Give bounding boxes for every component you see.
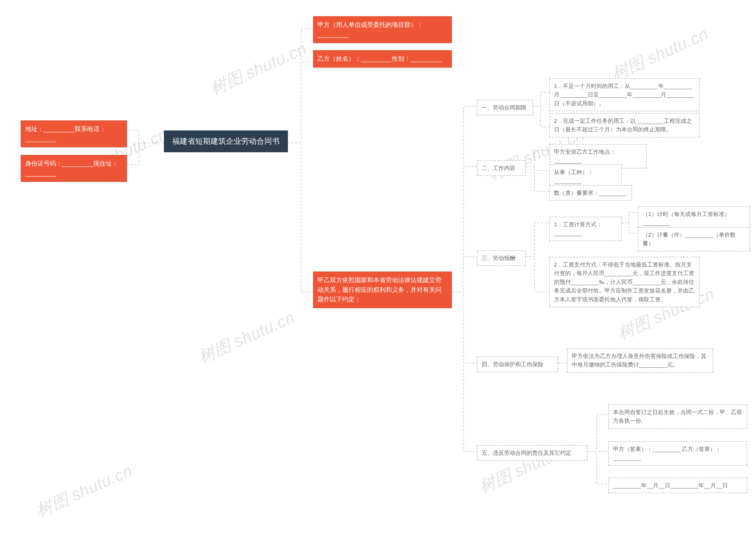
section-4-child-1-text: 甲方依法为乙方办理人身意外伤害保险或工伤保险，其中每月缴纳的工伤保险费计____… <box>572 353 706 368</box>
section-5-child-1-text: 本合同自签订之日起生效，合同一式二份，甲、乙双方各执一份。 <box>613 409 742 424</box>
agreement-intro: 甲乙双方依照国家和本省劳动法律法规建立劳动关系，履行相应的权利和义务，并对有关问… <box>313 271 452 308</box>
section-4-child-1: 甲方依法为乙方办理人身意外伤害保险或工伤保险，其中每月缴纳的工伤保险费计____… <box>567 348 713 373</box>
center-title: 福建省短期建筑企业劳动合同书 <box>172 137 280 145</box>
section-2: 二、工作内容 <box>477 160 526 176</box>
agreement-intro-text: 甲乙双方依照国家和本省劳动法律法规建立劳动关系，履行相应的权利和义务，并对有关问… <box>317 277 442 303</box>
section-2-child-1-text: 甲方安排乙方工作地点：_________ <box>554 149 616 163</box>
party-a: 甲方（用人单位或受委托的项目部）：_________ <box>313 16 452 43</box>
section-2-child-3-text: 数（质）量要求：_________ <box>554 190 627 196</box>
section-1-child-2-text: 2．完成一定工作任务的用工：以_________工程完成之日（最长不超过三个月）… <box>554 118 692 132</box>
section-4: 四、劳动保护和工伤保险 <box>477 357 558 372</box>
section-5-label: 五、违反劳动合同的责任及其它约定 <box>482 450 571 456</box>
section-5-child-2: 甲方（签章）：_________ 乙方（签章）：_________ <box>608 441 747 466</box>
section-2-child-2-text: 从事（工种）：_________ <box>554 169 593 184</box>
section-5: 五、违反劳动合同的责任及其它约定 <box>477 445 588 461</box>
section-3-child-1-1-text: （1）计时（每天或每月工资标准）_________ <box>643 211 730 226</box>
section-2-label: 二、工作内容 <box>482 165 515 171</box>
section-5-child-3: _________年__月__日_________年__月__日 <box>608 478 747 493</box>
section-3-child-1-2-text: （2）计量（件）_________（单价数量） <box>643 232 736 246</box>
section-5-child-3-text: _________年__月__日_________年__月__日 <box>613 482 728 488</box>
party-b: 乙方（姓名）：_________性别：_________ <box>313 50 452 68</box>
watermark: 树图 shutu.cn <box>32 460 136 522</box>
section-3-child-1: 1．工资计算方式：_________ <box>549 216 621 241</box>
section-3-child-2-text: 2．工资支付方式：不得低于当地最低工资标准。按月支付资的，每月人民币______… <box>554 261 694 303</box>
party-b-text: 乙方（姓名）：_________性别：_________ <box>317 55 442 62</box>
watermark: 树图 shutu.cn <box>207 38 310 100</box>
left-address: 地址：_________联系电话：_________ <box>21 120 127 147</box>
left-idcard: 身份证号码：_________现住址：_________ <box>21 155 127 182</box>
section-1: 一、劳动合同期限 <box>477 100 533 115</box>
section-2-child-3: 数（质）量要求：_________ <box>549 185 632 201</box>
section-3: 三、劳动报酬 <box>477 250 526 266</box>
section-3-label: 三、劳动报酬 <box>482 255 515 261</box>
left-address-text: 地址：_________联系电话：_________ <box>25 125 106 142</box>
left-idcard-text: 身份证号码：_________现住址：_________ <box>25 160 118 176</box>
section-1-child-1: 1．不足一个月时间的用工：从_________年_________月______… <box>549 78 700 111</box>
section-5-child-2-text: 甲方（签章）：_________ 乙方（签章）：_________ <box>613 446 721 461</box>
section-3-child-1-2: （2）计量（件）_________（单价数量） <box>638 227 750 251</box>
section-1-label: 一、劳动合同期限 <box>482 104 527 111</box>
section-5-child-1: 本合同自签订之日起生效，合同一式二份，甲、乙双方各执一份。 <box>608 404 747 429</box>
party-a-text: 甲方（用人单位或受委托的项目部）：_________ <box>317 21 423 38</box>
center-topic: 福建省短期建筑企业劳动合同书 <box>164 130 288 152</box>
section-3-child-2: 2．工资支付方式：不得低于当地最低工资标准。按月支付资的，每月人民币______… <box>549 257 700 307</box>
section-1-child-2: 2．完成一定工作任务的用工：以_________工程完成之日（最长不超过三个月）… <box>549 113 700 137</box>
section-3-child-1-text: 1．工资计算方式：_________ <box>554 221 602 236</box>
section-4-label: 四、劳动保护和工伤保险 <box>482 361 543 368</box>
watermark: 树图 shutu.cn <box>608 23 712 86</box>
watermark: 树图 shutu.cn <box>195 306 298 369</box>
section-1-child-1-text: 1．不足一个月时间的用工：从_________年_________月______… <box>554 83 694 106</box>
